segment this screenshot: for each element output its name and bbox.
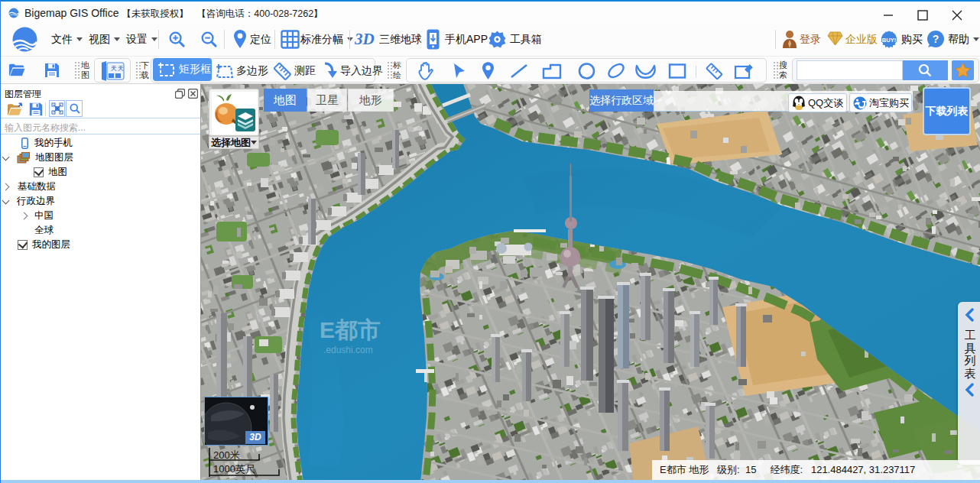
svg-text:?: ?	[933, 33, 939, 45]
svg-text:BUY!: BUY!	[882, 37, 896, 44]
svg-text:.edushi.com: .edushi.com	[323, 345, 373, 355]
svg-text:天: 天	[111, 65, 117, 72]
svg-text:E都市: E都市	[320, 317, 381, 342]
svg-text:天: 天	[118, 65, 124, 72]
